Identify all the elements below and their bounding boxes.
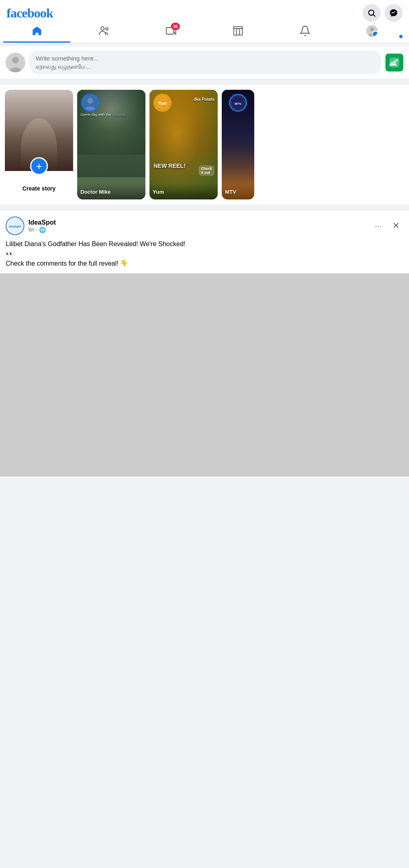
- svg-point-2: [101, 27, 104, 30]
- story-mtv-username: MTV: [225, 189, 236, 195]
- post-more-button[interactable]: ···: [371, 219, 385, 233]
- svg-text:Yum: Yum: [158, 101, 167, 106]
- story-yum-username: Yum: [153, 189, 164, 195]
- story-yum-check-label: Checkit out: [199, 165, 214, 176]
- story-doctor-username: Doctor Mike: [80, 189, 110, 195]
- profile-pic: [366, 25, 378, 37]
- story-mtv[interactable]: MTV MTV: [222, 90, 254, 199]
- post-time-dot: ·: [36, 227, 37, 233]
- composer-input[interactable]: Write something here... ஏதாவது எழுதலாமே.…: [29, 50, 381, 74]
- story-doctor-text: Game day with the @nyjets: [80, 112, 142, 117]
- post-text-line2: Check the comments for the full reveal! …: [6, 260, 128, 267]
- nav-item-friends[interactable]: [70, 22, 137, 43]
- nav-item-home[interactable]: [3, 22, 70, 43]
- story-doctor-avatar: [81, 94, 99, 112]
- search-button[interactable]: [363, 4, 381, 22]
- privacy-globe-icon: 🌐: [39, 227, 46, 233]
- add-story-button[interactable]: +: [30, 157, 48, 175]
- navigation-bar: 36: [0, 22, 409, 43]
- svg-point-7: [370, 28, 374, 31]
- nav-item-marketplace[interactable]: [205, 22, 272, 43]
- section-divider-2: [0, 204, 409, 208]
- stories-section: + Create story Game day with the @nyje: [0, 85, 409, 204]
- video-badge: 36: [171, 23, 180, 30]
- post-text-line1: Lilibet Diana's Godfather Has Been Revea…: [6, 240, 186, 247]
- post-composer: Write something here... ஏதாவது எழுதலாமே.…: [0, 46, 409, 78]
- facebook-logo: facebook: [6, 6, 53, 21]
- story-people-overlay: [77, 112, 145, 177]
- stories-scroll: + Create story Game day with the @nyje: [0, 90, 409, 199]
- post-avatar[interactable]: ideaSpot: [6, 216, 24, 235]
- story-doctor-mike[interactable]: Game day with the @nyjets Doctor Mike: [77, 90, 145, 199]
- story-mtv-avatar: MTV: [229, 94, 247, 112]
- nav-item-notifications[interactable]: [272, 22, 339, 43]
- post-actions: ··· ✕: [371, 219, 403, 233]
- section-divider-1: [0, 78, 409, 82]
- post-close-button[interactable]: ✕: [389, 219, 403, 233]
- svg-rect-15: [394, 60, 395, 64]
- post-card: ideaSpot IdeaSpot 6h · 🌐 ··· ✕ Lilibet D…: [0, 211, 409, 476]
- post-meta: IdeaSpot 6h · 🌐: [28, 219, 367, 233]
- nav-item-video[interactable]: 36: [137, 22, 204, 43]
- post-author-name[interactable]: IdeaSpot: [28, 219, 367, 226]
- post-header: ideaSpot IdeaSpot 6h · 🌐 ··· ✕: [0, 211, 409, 235]
- composer-avatar: [6, 53, 25, 72]
- story-yum-reel-label: NEW REEL!: [154, 162, 186, 169]
- post-emoji1: 👀: [6, 250, 14, 257]
- svg-point-3: [106, 28, 108, 30]
- composer-placeholder: Write something here... ஏதாவது எழுதலாமே.…: [36, 54, 375, 70]
- svg-line-1: [373, 15, 375, 16]
- svg-text:ideaSpot: ideaSpot: [9, 225, 21, 228]
- post-time-row: 6h · 🌐: [28, 227, 367, 233]
- create-story-label-area: Create story: [5, 177, 73, 199]
- header-icons: [363, 4, 403, 22]
- story-yum-avatar: Yum: [154, 94, 171, 112]
- svg-point-10: [12, 57, 19, 63]
- story-doctor-overlay: Doctor Mike: [77, 183, 145, 199]
- app-header: facebook: [0, 0, 409, 22]
- svg-point-17: [87, 98, 93, 104]
- post-image: [0, 273, 409, 476]
- media-upload-button[interactable]: [385, 54, 403, 71]
- story-yum-overlay-bottom: Yum: [149, 183, 218, 199]
- post-avatar-inner: ideaSpot: [7, 218, 23, 234]
- story-yum-product-text: dka Potato: [194, 97, 214, 102]
- story-yum[interactable]: Yum dka Potato NEW REEL! Checkit out Yum: [149, 90, 218, 199]
- nav-item-profile[interactable]: [339, 22, 406, 43]
- story-mtv-overlay-bottom: MTV: [222, 183, 254, 199]
- post-body: Lilibet Diana's Godfather Has Been Revea…: [0, 235, 409, 273]
- story-create[interactable]: + Create story: [5, 90, 73, 199]
- svg-point-13: [396, 59, 398, 61]
- post-time: 6h: [28, 227, 34, 233]
- messenger-button[interactable]: [385, 4, 403, 22]
- create-story-label: Create story: [22, 185, 56, 192]
- post-text: Lilibet Diana's Godfather Has Been Revea…: [6, 239, 403, 268]
- svg-text:MTV: MTV: [235, 102, 242, 106]
